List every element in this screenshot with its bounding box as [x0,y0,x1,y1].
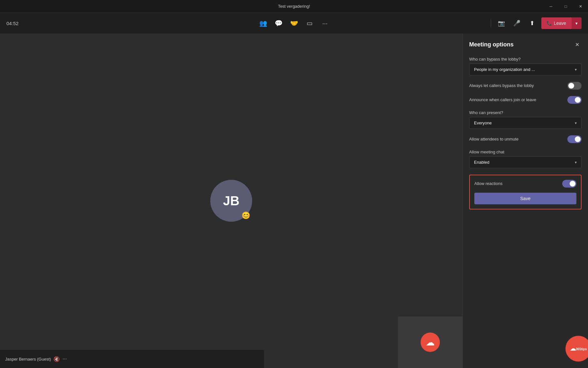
window-title: Test vergadering! [278,4,310,9]
avatar-emoji: 😊 [242,211,250,220]
announce-thumb [575,97,581,103]
callers-bypass-row: Always let callers bypass the lobby [469,82,582,90]
avatar-initials: JB [223,194,239,208]
meeting-chat-dropdown[interactable]: Enabled ▾ [469,156,582,168]
unmute-label: Allow attendees to unmute [469,136,518,142]
avatar: JB 😊 [210,180,252,222]
meeting-chat-label: Allow meeting chat [469,150,582,154]
lobby-bypass-value: People in my organization and ... [474,67,535,72]
leave-label: Leave [554,21,566,26]
toolbar-right: 📷 🎤 ⬆ 📞 Leave ▾ [489,17,582,30]
mini-video-thumbnail: ☁ [398,316,462,368]
leave-button[interactable]: 📞 Leave [541,17,571,29]
unmute-row: Allow attendees to unmute [469,135,582,143]
close-button[interactable]: ✕ [573,0,588,13]
unmute-thumb [575,136,581,142]
panel-close-button[interactable]: ✕ [573,40,582,49]
main-content: JB 😊 Jasper Bernaers (Guest) 🔇 ··· ☁ Mee… [0,34,588,368]
minimize-button[interactable]: ─ [544,0,558,13]
allow-reactions-section: Allow reactions Save [469,175,582,209]
lobby-bypass-dropdown[interactable]: People in my organization and ... ▾ [469,63,582,75]
who-can-present-arrow-icon: ▾ [575,121,577,125]
maximize-button[interactable]: □ [558,0,573,13]
badge-icon: ☁ [570,345,576,352]
allow-reactions-label: Allow reactions [474,181,502,187]
badge-label: 365tips [576,347,587,351]
call-timer: 04:52 [6,21,19,26]
panel-title: Meeting options [469,41,514,48]
bottom-bar: Jasper Bernaers (Guest) 🔇 ··· [0,350,264,368]
video-area: JB 😊 Jasper Bernaers (Guest) 🔇 ··· ☁ [0,34,462,368]
title-bar: Test vergadering! ─ □ ✕ [0,0,588,13]
announce-label: Announce when callers join or leave [469,97,536,103]
allow-reactions-row: Allow reactions [474,180,576,188]
mini-avatar: ☁ [421,333,440,352]
who-can-present-dropdown[interactable]: Everyone ▾ [469,117,582,129]
chat-icon[interactable]: 💬 [272,17,285,30]
toolbar: 04:52 👥 💬 🤝 ▭ ··· 📷 🎤 ⬆ 📞 Leave ▾ [0,13,588,34]
mic-off-icon[interactable]: 🎤 [510,17,523,30]
announce-toggle[interactable] [567,96,582,104]
share-tray-icon[interactable]: ⬆ [526,17,539,30]
unmute-toggle[interactable] [567,135,582,143]
who-can-present-value: Everyone [474,121,492,125]
meeting-options-panel: Meeting options ✕ Who can bypass the lob… [462,34,588,368]
reactions-icon[interactable]: 🤝 [288,17,300,30]
sharescreen-icon[interactable]: ▭ [303,17,316,30]
leave-dropdown-button[interactable]: ▾ [571,17,582,29]
meeting-chat-arrow-icon: ▾ [575,160,577,165]
callers-bypass-toggle[interactable] [567,82,582,90]
mic-status-icon: 🔇 [53,356,60,362]
announce-row: Announce when callers join or leave [469,96,582,104]
who-can-present-label: Who can present? [469,110,582,115]
callers-bypass-thumb [568,83,574,89]
lobby-bypass-label: Who can bypass the lobby? [469,57,582,62]
allow-reactions-toggle[interactable] [562,180,576,188]
toolbar-center-icons: 👥 💬 🤝 ▭ ··· [257,17,331,30]
participant-avatar-container: JB 😊 [210,180,252,222]
people-icon[interactable]: 👥 [257,17,270,30]
more-options-icon[interactable]: ··· [318,17,331,30]
365tips-badge[interactable]: ☁ 365tips [565,336,588,362]
meeting-chat-value: Enabled [474,160,489,165]
toolbar-divider [491,18,491,28]
allow-reactions-thumb [570,181,575,187]
window-controls: ─ □ ✕ [544,0,588,13]
panel-header: Meeting options ✕ [469,40,582,49]
more-participant-options-icon[interactable]: ··· [62,356,67,362]
lobby-bypass-arrow-icon: ▾ [575,67,577,72]
callers-bypass-label: Always let callers bypass the lobby [469,83,534,89]
camera-off-icon[interactable]: 📷 [495,17,508,30]
save-button[interactable]: Save [474,193,576,204]
participant-name: Jasper Bernaers (Guest) [5,357,51,362]
